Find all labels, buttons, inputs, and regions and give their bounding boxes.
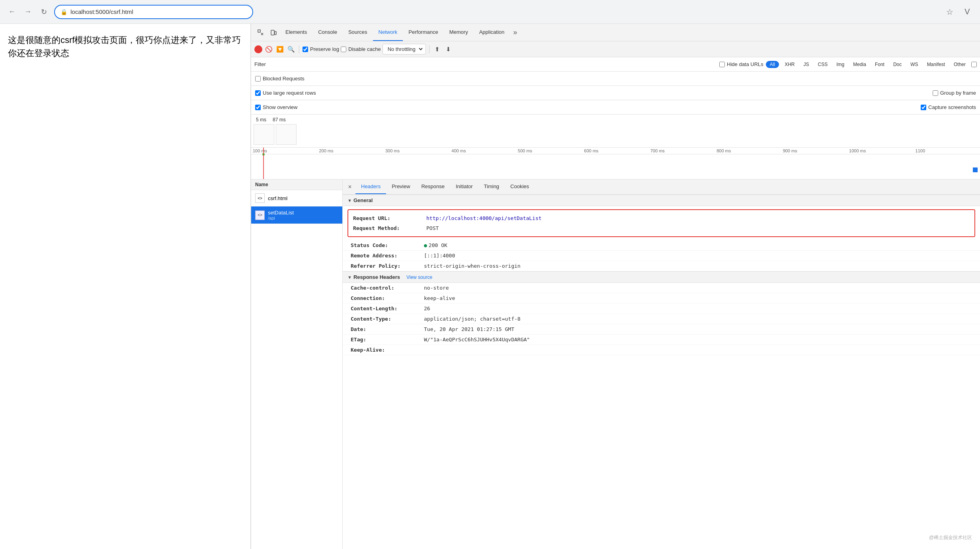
- ruler-label-300ms: 300 ms: [384, 148, 450, 153]
- request-name-setdatalist: setDataList: [268, 210, 338, 216]
- tab-network[interactable]: Network: [373, 24, 403, 41]
- filter-css-button[interactable]: CSS: [815, 61, 831, 68]
- timeline-labels: 5 ms 87 ms: [251, 116, 980, 123]
- details-tab-preview[interactable]: Preview: [386, 179, 416, 194]
- request-item-setdatalist[interactable]: <> setDataList /api: [251, 206, 342, 224]
- preserve-log-checkbox[interactable]: Preserve log: [303, 46, 339, 52]
- referrer-policy-val: strict-origin-when-cross-origin: [424, 263, 521, 269]
- tab-sources[interactable]: Sources: [343, 24, 373, 41]
- request-method-row: Request Method: POST: [353, 223, 970, 233]
- vivaldi-button[interactable]: V: [961, 6, 974, 18]
- options-bar2: Use large request rows Group by frame: [251, 86, 980, 100]
- record-button[interactable]: [254, 45, 262, 53]
- request-name-csrf: csrf.html: [268, 195, 338, 201]
- details-tabs-bar: × Headers Preview Response Initiator Tim…: [343, 179, 980, 195]
- tab-memory[interactable]: Memory: [444, 24, 474, 41]
- ruler-label-1100: 1100: [914, 148, 980, 153]
- details-tab-headers[interactable]: Headers: [355, 179, 386, 194]
- timeline-ruler: 100 ms 200 ms 300 ms 400 ms 500 ms 600 m…: [251, 148, 980, 179]
- date-val: Tue, 20 Apr 2021 01:27:15 GMT: [424, 326, 514, 332]
- filter-manifest-button[interactable]: Manifest: [924, 61, 948, 68]
- export-har-button[interactable]: ⬇: [444, 45, 453, 54]
- tab-performance[interactable]: Performance: [403, 24, 443, 41]
- filter-doc-button[interactable]: Doc: [890, 61, 905, 68]
- etag-val: W/"1a-AeQPrScC6hSJUHHv5X4UqvDARGA": [424, 337, 530, 343]
- svg-rect-1: [271, 30, 274, 35]
- inspect-element-button[interactable]: [254, 26, 267, 39]
- ruler-label-100ms: 100 ms: [251, 148, 317, 153]
- devtools-tabs-bar: Elements Console Sources Network Perform…: [251, 24, 980, 41]
- request-method-val: POST: [426, 225, 439, 231]
- filter-label: Filter: [254, 61, 266, 67]
- more-tabs-button[interactable]: »: [510, 28, 520, 37]
- request-icon-setdatalist: <>: [255, 210, 265, 220]
- throttle-select-wrapper: No throttling: [383, 44, 426, 55]
- search-button[interactable]: 🔍: [286, 45, 296, 54]
- import-har-button[interactable]: ⬆: [433, 45, 442, 54]
- throttle-select[interactable]: No throttling: [385, 45, 424, 53]
- request-url-row: Request URL: http://localhost:4000/api/s…: [353, 213, 970, 223]
- capture-screenshots-checkbox[interactable]: Capture screenshots: [921, 104, 976, 110]
- tab-application[interactable]: Application: [474, 24, 510, 41]
- highlighted-general-box: Request URL: http://localhost:4000/api/s…: [347, 209, 975, 237]
- filter-button[interactable]: 🔽: [275, 45, 285, 54]
- filter-media-button[interactable]: Media: [850, 61, 869, 68]
- view-source-link[interactable]: View source: [406, 274, 432, 280]
- filter-ws-button[interactable]: WS: [907, 61, 921, 68]
- details-close-button[interactable]: ×: [344, 181, 355, 193]
- connection-row: Connection: keep-alive: [343, 293, 980, 304]
- group-by-frame-checkbox[interactable]: Group by frame: [933, 90, 976, 96]
- timeline-label-87ms: 87 ms: [270, 116, 288, 123]
- tab-console[interactable]: Console: [312, 24, 343, 41]
- connection-val: keep-alive: [424, 295, 455, 301]
- ruler-label-700ms: 700 ms: [649, 148, 715, 153]
- filter-other-button[interactable]: Other: [951, 61, 969, 68]
- filter-all-button[interactable]: All: [766, 61, 779, 68]
- main-layout: 这是很随意的csrf模拟攻击页面，很巧你点进来了，又非常巧你还在登录状态 Ele…: [0, 24, 980, 549]
- forward-button[interactable]: →: [22, 6, 33, 18]
- filter-font-button[interactable]: Font: [872, 61, 888, 68]
- details-tab-initiator[interactable]: Initiator: [450, 179, 478, 194]
- details-tab-cookies[interactable]: Cookies: [505, 179, 535, 194]
- filter-xhr-button[interactable]: XHR: [781, 61, 798, 68]
- details-panel: × Headers Preview Response Initiator Tim…: [343, 179, 980, 549]
- request-info-csrf: csrf.html: [268, 195, 338, 201]
- show-overview-checkbox[interactable]: Show overview: [255, 104, 297, 110]
- details-tab-timing[interactable]: Timing: [478, 179, 505, 194]
- connection-key: Connection:: [351, 295, 422, 301]
- content-type-val: application/json; charset=utf-8: [424, 316, 521, 322]
- back-button[interactable]: ←: [6, 6, 18, 18]
- tab-elements[interactable]: Elements: [280, 24, 312, 41]
- content-type-row: Content-Type: application/json; charset=…: [343, 314, 980, 324]
- response-headers-section-header[interactable]: ▼ Response Headers View source: [343, 271, 980, 283]
- svg-rect-2: [275, 31, 276, 35]
- filter-js-button[interactable]: JS: [800, 61, 812, 68]
- date-key: Date:: [351, 326, 422, 332]
- reload-button[interactable]: ↻: [38, 6, 49, 18]
- page-text: 这是很随意的csrf模拟攻击页面，很巧你点进来了，又非常巧你还在登录状态: [8, 33, 242, 60]
- filter-extra-checkbox[interactable]: [971, 62, 977, 67]
- request-info-setdatalist: setDataList /api: [268, 210, 338, 220]
- blocked-requests-checkbox[interactable]: Blocked Requests: [255, 76, 305, 82]
- clear-button[interactable]: 🚫: [264, 45, 273, 54]
- large-rows-checkbox[interactable]: Use large request rows: [255, 90, 316, 96]
- disable-cache-checkbox[interactable]: Disable cache: [341, 46, 381, 52]
- general-section-header[interactable]: ▼ General: [343, 195, 980, 206]
- device-toolbar-button[interactable]: [267, 26, 280, 39]
- etag-row: ETag: W/"1a-AeQPrScC6hSJUHHv5X4UqvDARGA": [343, 335, 980, 345]
- toolbar-separator: [299, 45, 299, 53]
- status-dot: ●: [424, 242, 427, 248]
- ruler-label-900ms: 900 ms: [781, 148, 847, 153]
- filter-img-button[interactable]: Img: [833, 61, 847, 68]
- options-bar3: Show overview Capture screenshots: [251, 100, 980, 115]
- details-tab-response[interactable]: Response: [416, 179, 450, 194]
- request-item-csrf[interactable]: <> csrf.html: [251, 190, 342, 206]
- bookmark-button[interactable]: ☆: [943, 6, 956, 18]
- devtools-panel: Elements Console Sources Network Perform…: [251, 24, 980, 549]
- status-code-val: 200 OK: [429, 242, 447, 248]
- hide-data-urls-checkbox[interactable]: Hide data URLs: [719, 61, 763, 67]
- network-toolbar: 🚫 🔽 🔍 Preserve log Disable cache No thro…: [251, 41, 980, 57]
- status-code-row: Status Code: ● 200 OK: [343, 240, 980, 251]
- requests-panel: Name <> csrf.html <> setDataList /api: [251, 179, 980, 549]
- request-url-val: http://localhost:4000/api/setDataList: [426, 215, 542, 221]
